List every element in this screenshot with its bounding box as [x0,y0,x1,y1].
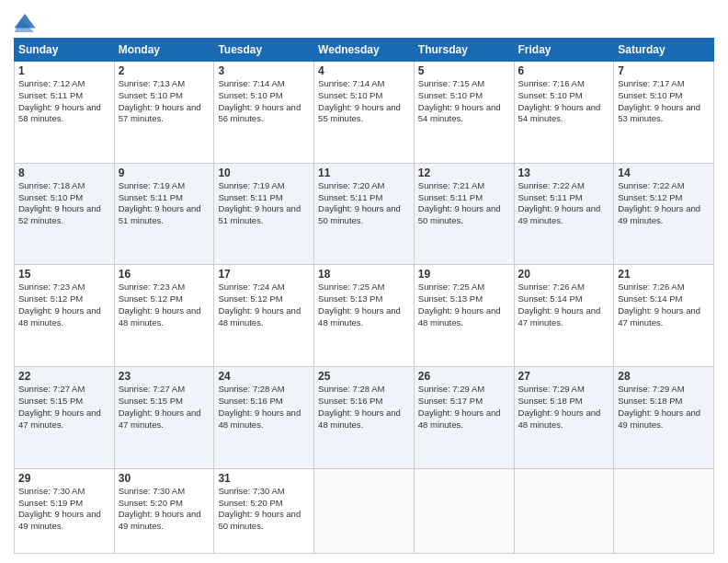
calendar-cell: 17Sunrise: 7:24 AMSunset: 5:12 PMDayligh… [214,265,314,367]
calendar-week-row: 1Sunrise: 7:12 AMSunset: 5:11 PMDaylight… [15,62,714,164]
day-number: 16 [119,268,210,281]
day-number: 11 [318,167,410,179]
logo [14,14,40,32]
calendar-table: SundayMondayTuesdayWednesdayThursdayFrid… [14,38,714,554]
day-info: Sunrise: 7:27 AMSunset: 5:15 PMDaylight:… [119,384,201,429]
calendar-cell: 25Sunrise: 7:28 AMSunset: 5:16 PMDayligh… [314,367,415,469]
calendar-week-row: 8Sunrise: 7:18 AMSunset: 5:10 PMDaylight… [15,163,714,265]
day-number: 19 [418,268,510,281]
day-number: 3 [218,64,310,77]
weekday-header-wednesday: Wednesday [314,39,415,62]
day-info: Sunrise: 7:18 AMSunset: 5:10 PMDaylight:… [18,180,101,225]
day-number: 13 [518,167,610,179]
day-number: 2 [119,64,210,77]
day-info: Sunrise: 7:21 AMSunset: 5:11 PMDaylight:… [418,180,501,225]
day-info: Sunrise: 7:15 AMSunset: 5:10 PMDaylight:… [418,78,501,123]
calendar-cell: 30Sunrise: 7:30 AMSunset: 5:20 PMDayligh… [114,468,214,553]
calendar-cell: 2Sunrise: 7:13 AMSunset: 5:10 PMDaylight… [114,62,214,164]
weekday-header-tuesday: Tuesday [214,39,314,62]
calendar-page: SundayMondayTuesdayWednesdayThursdayFrid… [0,0,728,563]
calendar-cell [414,468,514,553]
day-info: Sunrise: 7:19 AMSunset: 5:11 PMDaylight:… [119,180,201,225]
day-info: Sunrise: 7:25 AMSunset: 5:13 PMDaylight:… [318,282,401,327]
header [14,14,714,32]
calendar-cell: 8Sunrise: 7:18 AMSunset: 5:10 PMDaylight… [15,163,115,265]
calendar-cell: 22Sunrise: 7:27 AMSunset: 5:15 PMDayligh… [15,367,115,469]
day-info: Sunrise: 7:13 AMSunset: 5:10 PMDaylight:… [119,78,201,123]
day-info: Sunrise: 7:23 AMSunset: 5:12 PMDaylight:… [18,282,101,327]
logo-icon [14,14,36,32]
calendar-cell [314,468,415,553]
calendar-cell: 7Sunrise: 7:17 AMSunset: 5:10 PMDaylight… [614,62,714,164]
day-info: Sunrise: 7:12 AMSunset: 5:11 PMDaylight:… [18,78,101,123]
calendar-cell: 26Sunrise: 7:29 AMSunset: 5:17 PMDayligh… [414,367,514,469]
calendar-cell: 27Sunrise: 7:29 AMSunset: 5:18 PMDayligh… [514,367,614,469]
day-number: 26 [418,370,510,383]
day-number: 29 [18,472,110,485]
day-info: Sunrise: 7:14 AMSunset: 5:10 PMDaylight:… [218,78,301,123]
calendar-cell: 20Sunrise: 7:26 AMSunset: 5:14 PMDayligh… [514,265,614,367]
day-info: Sunrise: 7:14 AMSunset: 5:10 PMDaylight:… [318,78,401,123]
day-info: Sunrise: 7:30 AMSunset: 5:19 PMDaylight:… [18,486,101,531]
day-info: Sunrise: 7:26 AMSunset: 5:14 PMDaylight:… [618,282,700,327]
day-info: Sunrise: 7:25 AMSunset: 5:13 PMDaylight:… [418,282,501,327]
day-number: 23 [119,370,210,383]
day-info: Sunrise: 7:20 AMSunset: 5:11 PMDaylight:… [318,180,401,225]
day-info: Sunrise: 7:30 AMSunset: 5:20 PMDaylight:… [218,486,301,531]
day-info: Sunrise: 7:26 AMSunset: 5:14 PMDaylight:… [518,282,601,327]
calendar-cell: 28Sunrise: 7:29 AMSunset: 5:18 PMDayligh… [614,367,714,469]
day-number: 7 [618,64,710,77]
calendar-week-row: 29Sunrise: 7:30 AMSunset: 5:19 PMDayligh… [15,468,714,553]
calendar-cell: 1Sunrise: 7:12 AMSunset: 5:11 PMDaylight… [15,62,115,164]
day-number: 9 [119,167,210,179]
calendar-cell: 19Sunrise: 7:25 AMSunset: 5:13 PMDayligh… [414,265,514,367]
calendar-cell: 3Sunrise: 7:14 AMSunset: 5:10 PMDaylight… [214,62,314,164]
day-number: 12 [418,167,510,179]
calendar-cell: 14Sunrise: 7:22 AMSunset: 5:12 PMDayligh… [614,163,714,265]
day-info: Sunrise: 7:29 AMSunset: 5:17 PMDaylight:… [418,384,501,429]
weekday-header-sunday: Sunday [15,39,115,62]
calendar-cell: 13Sunrise: 7:22 AMSunset: 5:11 PMDayligh… [514,163,614,265]
calendar-cell: 6Sunrise: 7:16 AMSunset: 5:10 PMDaylight… [514,62,614,164]
day-number: 4 [318,64,410,77]
day-info: Sunrise: 7:22 AMSunset: 5:11 PMDaylight:… [518,180,601,225]
day-number: 24 [218,370,310,383]
calendar-cell: 31Sunrise: 7:30 AMSunset: 5:20 PMDayligh… [214,468,314,553]
calendar-cell: 12Sunrise: 7:21 AMSunset: 5:11 PMDayligh… [414,163,514,265]
day-number: 8 [18,167,110,179]
day-info: Sunrise: 7:27 AMSunset: 5:15 PMDaylight:… [18,384,101,429]
day-number: 18 [318,268,410,281]
day-info: Sunrise: 7:17 AMSunset: 5:10 PMDaylight:… [618,78,700,123]
day-info: Sunrise: 7:28 AMSunset: 5:16 PMDaylight:… [318,384,401,429]
calendar-cell: 4Sunrise: 7:14 AMSunset: 5:10 PMDaylight… [314,62,415,164]
day-number: 15 [18,268,110,281]
weekday-header-saturday: Saturday [614,39,714,62]
day-info: Sunrise: 7:29 AMSunset: 5:18 PMDaylight:… [618,384,700,429]
calendar-cell: 9Sunrise: 7:19 AMSunset: 5:11 PMDaylight… [114,163,214,265]
day-number: 21 [618,268,710,281]
calendar-week-row: 15Sunrise: 7:23 AMSunset: 5:12 PMDayligh… [15,265,714,367]
day-info: Sunrise: 7:30 AMSunset: 5:20 PMDaylight:… [119,486,201,531]
day-number: 22 [18,370,110,383]
day-info: Sunrise: 7:16 AMSunset: 5:10 PMDaylight:… [518,78,601,123]
day-number: 14 [618,167,710,179]
day-number: 25 [318,370,410,383]
calendar-cell: 29Sunrise: 7:30 AMSunset: 5:19 PMDayligh… [15,468,115,553]
day-info: Sunrise: 7:23 AMSunset: 5:12 PMDaylight:… [119,282,201,327]
day-number: 6 [518,64,610,77]
day-info: Sunrise: 7:24 AMSunset: 5:12 PMDaylight:… [218,282,301,327]
day-number: 17 [218,268,310,281]
weekday-header-thursday: Thursday [414,39,514,62]
weekday-header-friday: Friday [514,39,614,62]
calendar-cell: 18Sunrise: 7:25 AMSunset: 5:13 PMDayligh… [314,265,415,367]
calendar-cell: 24Sunrise: 7:28 AMSunset: 5:16 PMDayligh… [214,367,314,469]
day-number: 1 [18,64,110,77]
day-number: 28 [618,370,710,383]
calendar-week-row: 22Sunrise: 7:27 AMSunset: 5:15 PMDayligh… [15,367,714,469]
calendar-cell: 23Sunrise: 7:27 AMSunset: 5:15 PMDayligh… [114,367,214,469]
day-number: 20 [518,268,610,281]
day-number: 31 [218,472,310,485]
calendar-cell: 21Sunrise: 7:26 AMSunset: 5:14 PMDayligh… [614,265,714,367]
day-number: 10 [218,167,310,179]
calendar-cell [514,468,614,553]
